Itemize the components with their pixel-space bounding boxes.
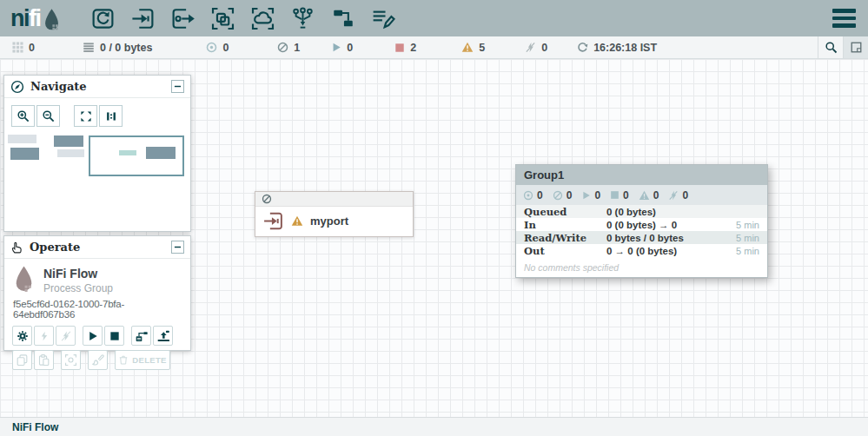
zoom-fit-button[interactable]: [74, 105, 97, 127]
configuration-button[interactable]: [12, 326, 32, 346]
hamburger-menu-icon[interactable]: [832, 9, 856, 28]
fill-color-button[interactable]: [88, 350, 108, 370]
navigate-panel-header: Navigate: [4, 76, 190, 98]
input-port-body: myport: [255, 207, 413, 235]
template-icon[interactable]: [323, 2, 363, 35]
transmitting-icon: [523, 190, 533, 201]
warning-icon: [461, 42, 474, 53]
queue-list-icon: [83, 42, 95, 53]
minimap-component: [57, 149, 84, 157]
minimap-component: [54, 135, 83, 147]
transmitting-status: 0: [206, 42, 229, 54]
input-port-component[interactable]: myport: [255, 191, 414, 237]
paste-icon: [37, 353, 50, 367]
logo-text-ni: ni: [10, 7, 29, 30]
lightning-bolt-icon: [39, 330, 50, 342]
process-group-comments: No comments specified: [516, 257, 767, 277]
delete-button[interactable]: DELETE: [115, 350, 170, 370]
process-group-header: Group1: [516, 165, 767, 185]
counter-value: 0: [537, 189, 543, 201]
active-threads-count: 0: [29, 42, 35, 54]
paintbrush-icon: [91, 353, 104, 367]
invalid-status: 0: [525, 42, 547, 54]
minimize-icon: [174, 83, 182, 90]
copy-icon: [16, 353, 29, 367]
play-icon: [87, 330, 99, 342]
output-port-icon[interactable]: [163, 2, 203, 35]
stop-button[interactable]: [104, 326, 124, 346]
process-group-component[interactable]: Group1 0 0 0 0: [515, 164, 768, 278]
input-port-statebar: [255, 192, 413, 207]
navigate-minimize-button[interactable]: [171, 80, 184, 93]
upload-template-icon[interactable]: [153, 326, 173, 346]
birdseye-toggle-button[interactable]: [843, 36, 868, 58]
minimap-component: [146, 147, 176, 159]
stat-value: 0 → 0 (0 bytes): [606, 246, 736, 256]
warning-count: 5: [479, 42, 485, 54]
compass-icon: [10, 80, 24, 94]
gear-icon: [16, 329, 30, 343]
remote-process-group-icon[interactable]: [243, 2, 283, 35]
selected-component-info: NiFi Flow Process Group: [4, 259, 190, 294]
label-icon[interactable]: [363, 2, 403, 35]
zoom-in-button[interactable]: [11, 105, 35, 127]
running-count: 0: [347, 42, 353, 54]
stopped-count: 2: [410, 42, 416, 54]
minimap-viewport[interactable]: [89, 135, 184, 176]
stat-row-queued: Queued 0 (0 bytes): [516, 205, 767, 218]
minimap-component: [8, 135, 36, 143]
refresh-icon[interactable]: [577, 42, 588, 53]
copy-button[interactable]: [12, 350, 32, 370]
search-button[interactable]: [818, 36, 843, 58]
stat-label: Read/Write: [524, 232, 606, 244]
funnel-icon[interactable]: [283, 2, 323, 35]
paste-button[interactable]: [34, 350, 54, 370]
stat-row-out: Out 0 → 0 (0 bytes) 5 min: [516, 244, 767, 257]
lightning-bolt-slash-icon: [60, 330, 72, 342]
zoom-out-button[interactable]: [36, 105, 60, 127]
navigate-panel: Navigate: [3, 75, 191, 232]
not-transmitting-status: 1: [277, 42, 300, 54]
warning-status: 5: [461, 42, 485, 54]
refresh-time: 16:26:18 IST: [593, 42, 657, 54]
operate-minimize-button[interactable]: [171, 241, 184, 254]
minimap-component: [10, 148, 39, 160]
refresh-status: 16:26:18 IST: [577, 42, 657, 54]
process-group-icon[interactable]: [203, 2, 243, 35]
trash-icon: [118, 354, 129, 366]
fit-icon: [80, 110, 92, 122]
counter-warning: 0: [639, 189, 659, 201]
transmitting-icon: [206, 42, 217, 53]
component-toolbar: [83, 2, 403, 35]
logo-text-fi: fi: [29, 7, 41, 30]
nifi-drop-icon: [43, 8, 61, 32]
disable-button[interactable]: [56, 326, 76, 346]
zoom-in-icon: [17, 109, 30, 122]
upload-template-glyph-icon: [156, 329, 170, 343]
flow-canvas[interactable]: Navigate: [0, 59, 868, 417]
operate-title: Operate: [30, 241, 80, 254]
statusbar-right: [818, 36, 868, 58]
top-toolbar: nifi: [0, 0, 868, 36]
stat-label: Out: [524, 245, 606, 257]
search-icon: [825, 41, 838, 54]
stopped-icon: [394, 43, 405, 53]
navigate-toolbar: [4, 98, 190, 130]
active-threads-status: 0: [12, 42, 35, 54]
group-button[interactable]: [61, 350, 81, 370]
start-button[interactable]: [83, 326, 103, 346]
enable-button[interactable]: [34, 326, 54, 346]
breadcrumb-root[interactable]: NiFi Flow: [12, 421, 58, 433]
processor-icon[interactable]: [83, 2, 123, 35]
status-bar: 0 0 / 0 bytes 0 1 0 2 5 0: [0, 36, 868, 59]
operate-panel: Operate NiFi Flow Process Group f5e5cf6d…: [3, 235, 191, 351]
input-port-icon[interactable]: [123, 2, 163, 35]
not-transmitting-icon: [553, 190, 563, 201]
warning-icon: [291, 215, 303, 227]
birdseye-minimap[interactable]: [4, 134, 190, 235]
create-template-button[interactable]: [131, 326, 151, 346]
not-transmitting-count: 1: [294, 42, 300, 54]
actual-size-button[interactable]: [99, 105, 123, 127]
process-group-counters: 0 0 0 0 0: [516, 185, 767, 205]
invalid-count: 0: [541, 42, 547, 54]
